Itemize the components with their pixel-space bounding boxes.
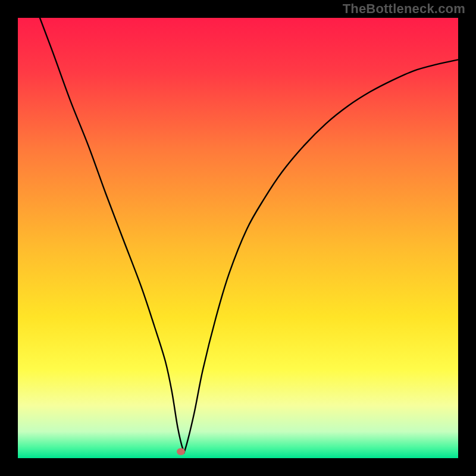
gradient-background	[18, 18, 458, 458]
watermark-text: TheBottleneck.com	[343, 1, 465, 17]
minimum-marker	[177, 448, 185, 455]
plot-area	[18, 18, 458, 458]
bottleneck-chart	[18, 18, 458, 458]
